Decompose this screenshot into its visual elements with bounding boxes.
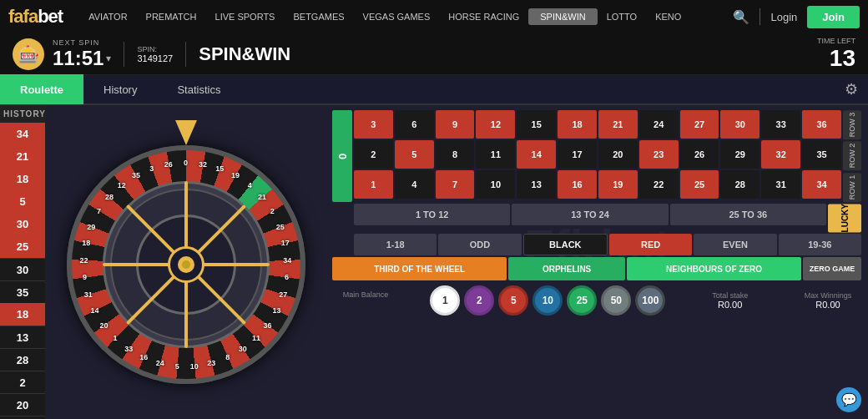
nav-betgames[interactable]: BETGAMES <box>284 12 353 22</box>
next-spin-label: NEXT SPIN <box>53 38 111 47</box>
chevron-down-icon[interactable]: ▾ <box>106 53 111 64</box>
search-icon[interactable]: 🔍 <box>733 9 749 25</box>
num-cell[interactable]: 20 <box>598 140 638 169</box>
total-stake-value: R0.00 <box>697 300 764 310</box>
nav-live-sports[interactable]: LIVE SPORTS <box>206 12 285 22</box>
bet-even[interactable]: EVEN <box>694 234 776 255</box>
max-winnings-section: Max Winnings R0.00 <box>795 291 861 310</box>
num-cell[interactable]: 36 <box>802 110 841 139</box>
num-cell[interactable]: 35 <box>802 140 841 169</box>
login-button[interactable]: Login <box>770 11 797 23</box>
chip-25[interactable]: 25 <box>567 285 597 316</box>
bet-third-wheel[interactable]: THIRD OF THE WHEEL <box>332 257 507 280</box>
bet-1-18[interactable]: 1-18 <box>354 234 437 255</box>
nav-aviator[interactable]: AVIATOR <box>79 12 136 22</box>
dozen-13-24[interactable]: 13 TO 24 <box>512 204 668 225</box>
bet-odd[interactable]: ODD <box>438 234 521 255</box>
bet-19-36[interactable]: 19-36 <box>779 234 861 255</box>
num-cell[interactable]: 8 <box>436 140 475 169</box>
num-cell[interactable]: 29 <box>720 140 760 169</box>
bet-black[interactable]: BLACK <box>523 234 608 255</box>
bet-zero-game[interactable]: ZERO GAME <box>803 257 861 280</box>
num-cell[interactable]: 16 <box>558 170 597 199</box>
row-label-2[interactable]: ROW 2 <box>843 141 861 170</box>
special-bets: THIRD OF THE WHEEL ORPHELINS NEIGHBOURS … <box>332 257 861 280</box>
zero-cell[interactable]: 0 <box>332 110 352 202</box>
num-cell[interactable]: 34 <box>802 170 841 199</box>
game-title: SPIN&WIN <box>199 43 290 65</box>
chat-bubble[interactable]: 💬 <box>836 387 861 412</box>
bet-neighbours-zero[interactable]: NEIGHBOURS OF ZERO <box>627 257 801 280</box>
grid-row-1: 1 4 7 10 13 16 19 22 25 28 31 34 <box>354 170 841 199</box>
num-cell[interactable]: 22 <box>639 170 679 199</box>
dozen-25-36[interactable]: 25 TO 36 <box>670 204 826 225</box>
max-winnings-value: R0.00 <box>795 300 861 310</box>
nav-keno[interactable]: KENO <box>646 12 690 22</box>
bet-red[interactable]: RED <box>609 234 692 255</box>
spin-time[interactable]: 11:51 <box>53 47 103 70</box>
num-cell[interactable]: 30 <box>720 110 760 139</box>
total-stake-section: Total stake R0.00 <box>697 291 764 310</box>
num-cell[interactable]: 4 <box>395 170 434 199</box>
num-cell[interactable]: 25 <box>680 170 719 199</box>
num-cell[interactable]: 19 <box>598 170 638 199</box>
row-label-1[interactable]: ROW 1 <box>843 173 861 202</box>
list-item: 18 <box>0 168 45 190</box>
sidebar-header: HISTORY <box>0 105 45 123</box>
tab-history[interactable]: History <box>83 74 157 104</box>
nav-lotto[interactable]: LOTTO <box>598 12 646 22</box>
num-cell[interactable]: 17 <box>558 140 597 169</box>
list-item: 2 <box>0 371 45 393</box>
chip-10[interactable]: 10 <box>532 285 563 316</box>
chip-100[interactable]: 100 <box>635 285 665 316</box>
num-cell[interactable]: 21 <box>598 110 638 139</box>
list-item: 25 <box>0 235 45 258</box>
num-cell[interactable]: 28 <box>720 170 760 199</box>
num-cell[interactable]: 13 <box>517 170 556 199</box>
num-cell[interactable]: 32 <box>761 140 800 169</box>
num-cell[interactable]: 9 <box>436 110 475 139</box>
chip-2[interactable]: 2 <box>464 285 494 316</box>
chip-5[interactable]: 5 <box>498 285 528 316</box>
num-cell[interactable]: 3 <box>354 110 393 139</box>
num-cell[interactable]: 12 <box>476 110 515 139</box>
num-cell[interactable]: 26 <box>680 140 719 169</box>
chip-1[interactable]: 1 <box>430 285 460 316</box>
num-cell[interactable]: 6 <box>395 110 434 139</box>
chip-50[interactable]: 50 <box>601 285 631 316</box>
num-cell[interactable]: 33 <box>761 110 800 139</box>
num-cell[interactable]: 23 <box>639 140 679 169</box>
num-cell[interactable]: 11 <box>476 140 515 169</box>
num-cell[interactable]: 5 <box>395 140 434 169</box>
num-cell[interactable]: 15 <box>517 110 556 139</box>
list-item: 35 <box>0 280 45 303</box>
nav-prematch[interactable]: PREMATCH <box>137 12 206 22</box>
dozen-1-12[interactable]: 1 TO 12 <box>354 204 510 225</box>
num-cell[interactable]: 27 <box>680 110 719 139</box>
tab-roulette[interactable]: Roulette <box>0 74 83 104</box>
num-cell[interactable]: 18 <box>558 110 597 139</box>
nav-horse-racing[interactable]: HORSE RACING <box>439 12 528 22</box>
num-cell[interactable]: 14 <box>517 140 556 169</box>
nav-spin-win[interactable]: SPIN&WIN <box>528 8 597 25</box>
dozen-bets: 1 TO 12 13 TO 24 25 TO 36 LUCKY <box>332 204 861 232</box>
gear-icon[interactable]: ⚙ <box>845 80 858 98</box>
tab-statistics[interactable]: Statistics <box>157 74 240 104</box>
num-cell[interactable]: 1 <box>354 170 393 199</box>
num-cell[interactable]: 7 <box>436 170 475 199</box>
bet-orphelins[interactable]: ORPHELINS <box>508 257 625 280</box>
num-cell[interactable]: 24 <box>639 110 679 139</box>
list-item: 34 <box>0 123 45 145</box>
num-cell[interactable]: 10 <box>476 170 515 199</box>
spin-icon: 🎰 <box>13 38 44 70</box>
lucky-label[interactable]: LUCKY <box>828 204 861 232</box>
divider <box>760 8 760 25</box>
row-label-3[interactable]: ROW 3 <box>843 110 861 139</box>
num-cell[interactable]: 2 <box>354 140 393 169</box>
num-cell[interactable]: 31 <box>761 170 800 199</box>
list-item: 20 <box>0 393 45 416</box>
join-button[interactable]: Join <box>807 6 860 28</box>
number-grid: 0 3 6 9 12 15 18 21 24 27 30 33 36 <box>332 110 861 202</box>
list-item: 30 <box>0 213 45 235</box>
nav-vegas-games[interactable]: VEGAS GAMES <box>354 12 440 22</box>
